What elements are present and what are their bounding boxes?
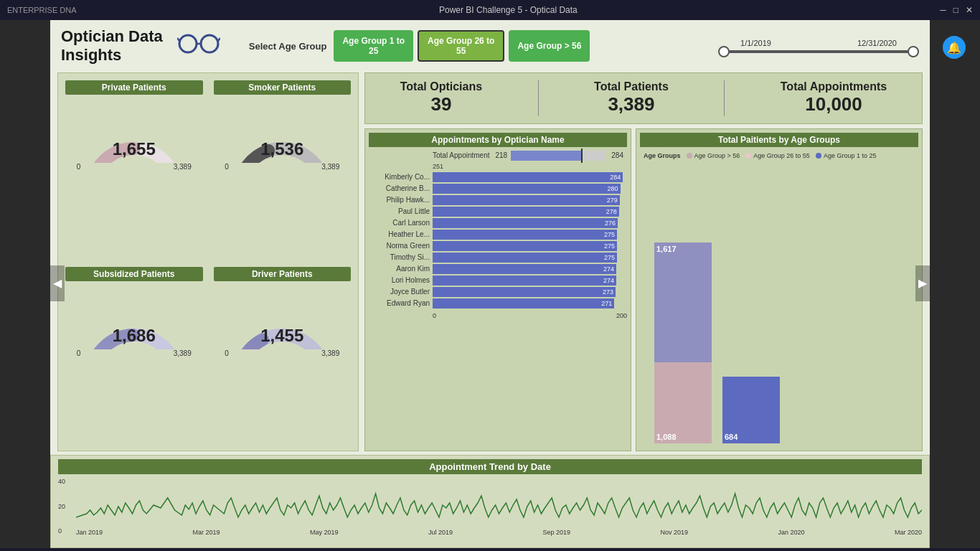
kpi-opticians-label: Total Opticians: [400, 80, 482, 93]
bar-fill: 271: [433, 298, 614, 309]
bar-bg: 279: [433, 195, 627, 205]
gauge-private-value: 1,655: [77, 139, 192, 159]
trend-x-nov19: Nov 2019: [660, 529, 688, 536]
total-appt-fill: [511, 151, 582, 161]
bar-chart-title: Appointments by Optician Name: [369, 133, 627, 147]
slider-thumb-right[interactable]: [908, 46, 919, 57]
bar-value-label: 284: [610, 174, 621, 181]
stacked-col-2: 684: [722, 242, 780, 443]
stacked-col-1: 1,617 1,088: [654, 242, 712, 443]
trend-y-0: 0: [58, 527, 72, 534]
bar-name: Paul Little: [369, 207, 430, 215]
age-btn-56-plus[interactable]: Age Group > 56: [509, 30, 590, 62]
legend-label-26-55: Age Group 26 to 55: [753, 152, 810, 159]
bar-fill: 275: [433, 253, 617, 263]
bar-fill: 279: [433, 195, 620, 205]
gauge-subsidized-minmax: 03,389: [77, 349, 192, 357]
date-range-slider[interactable]: 1/1/2019 12/31/2020: [718, 39, 919, 53]
bar-value-label: 275: [604, 242, 615, 250]
bar-value-label: 279: [607, 197, 618, 204]
gauge-private-patients: Private Patients 1,655 03,389: [62, 77, 207, 260]
gauge-smoker-title: Smoker Patients: [214, 80, 352, 95]
gauge-smoker-wrapper: 1,536: [225, 98, 339, 163]
bar-row: Aaron Kim 274: [369, 264, 627, 274]
bar-name: Heather Le...: [369, 230, 430, 238]
trend-chart-title: Appointment Trend by Date: [58, 459, 922, 474]
stacked-val-684: 684: [725, 433, 738, 441]
bar-bg: 274: [433, 276, 627, 286]
bar-fill: 274: [433, 264, 616, 274]
stacked-bars-area: 1,617 1,088 684: [640, 161, 918, 447]
kpi-opticians-value: 39: [400, 93, 482, 116]
total-appt-track: [511, 151, 606, 161]
trend-y-axis: 40 20 0: [58, 478, 72, 536]
slider-thumb-left[interactable]: [718, 46, 730, 57]
bar-bg: 275: [433, 241, 627, 251]
bar-name: Aaron Kim: [369, 265, 430, 273]
nav-left-arrow[interactable]: ◀: [50, 265, 65, 301]
trend-x-mar20: Mar 2020: [895, 529, 922, 536]
bar-bg: 275: [433, 230, 627, 240]
gauge-driver-minmax: 03,389: [225, 349, 339, 357]
gauge-smoker-patients: Smoker Patients 1,536 03,389: [210, 77, 355, 260]
close-icon[interactable]: ✕: [966, 5, 973, 15]
bar-bg: 280: [433, 184, 627, 194]
age-btn-26-55[interactable]: Age Group 26 to55: [418, 30, 504, 62]
bar-fill: 275: [433, 241, 617, 251]
notification-button[interactable]: 🔔: [943, 36, 966, 59]
total-appt-value: 218: [496, 151, 508, 159]
trend-x-mar19: Mar 2019: [193, 529, 220, 536]
bar-fill: 284: [433, 172, 623, 182]
kpi-patients-label: Total Patients: [594, 80, 669, 93]
kpi-patients: Total Patients 3,389: [594, 80, 669, 116]
trend-chart-area: 40 20 0: [58, 478, 922, 536]
legend-item-56: Age Group > 56: [687, 152, 740, 159]
gauge-smoker-minmax: 03,389: [225, 163, 339, 171]
svg-line-4: [218, 38, 220, 41]
kpi-patients-value: 3,389: [594, 93, 669, 116]
bar-row: Joyce Butler 273: [369, 287, 627, 297]
maximize-icon[interactable]: □: [953, 5, 958, 15]
age-btn-1-25[interactable]: Age Group 1 to25: [334, 30, 413, 62]
bar-fill: 278: [433, 207, 619, 217]
bar-axis: 0200: [369, 312, 627, 319]
bar-row: Heather Le... 275: [369, 230, 627, 240]
bar-value-label: 271: [601, 300, 612, 307]
date-end-label: 12/31/2020: [857, 39, 897, 47]
stacked-val-1088: 1,088: [656, 433, 677, 441]
gauge-driver-value: 1,455: [225, 326, 339, 346]
legend-item-26-55: Age Group 26 to 55: [745, 152, 810, 159]
bar-name: Joyce Butler: [369, 288, 430, 296]
total-appt-bar: Total Appointment 218 284: [369, 151, 627, 163]
legend-label-1-25: Age Group 1 to 25: [824, 152, 877, 159]
bar-row: Norma Green 275: [369, 241, 627, 251]
bar-name: Carl Larson: [369, 219, 430, 227]
gauge-smoker-value: 1,536: [225, 139, 339, 159]
stacked-chart-panel: Total Paitients by Age Groups Age Groups…: [636, 128, 923, 451]
select-age-group-label: Select Age Group: [249, 41, 327, 52]
stacked-legend: Age Groups Age Group > 56 Age Group 26 t…: [640, 151, 918, 161]
kpi-appointments-label: Total Appointments: [781, 80, 887, 93]
gauge-driver-title: Driver Patients: [214, 267, 352, 281]
date-slider-track[interactable]: [718, 50, 919, 53]
bar-bg: 278: [433, 207, 627, 217]
title-bar-left: ENTERPRISE DNA: [7, 6, 77, 14]
bar-fill: 274: [433, 276, 616, 286]
stacked-chart-title: Total Paitients by Age Groups: [640, 133, 918, 147]
minimize-icon[interactable]: ─: [940, 5, 946, 15]
bar-row: Philip Hawk... 279: [369, 195, 627, 205]
stacked-val-1617: 1,617: [656, 245, 677, 253]
bar-value-label: 274: [603, 277, 614, 284]
stacked-seg-col1-top: 1,617: [654, 242, 712, 362]
stacked-seg-col1-bot: 1,088: [654, 362, 712, 443]
legend-dot-26-55: [745, 153, 751, 159]
dashboard-header: Optician Data Insights Select Age Group: [50, 20, 930, 69]
gauge-private-minmax: 03,389: [77, 163, 192, 171]
trend-svg: [76, 478, 922, 524]
nav-right-arrow[interactable]: ▶: [915, 265, 930, 301]
bar-value-label: 274: [603, 265, 614, 273]
legend-label-56: Age Group > 56: [694, 152, 740, 159]
kpi-appointments-value: 10,000: [781, 93, 887, 116]
dashboard-main: Private Patients 1,655 03,389 Smoker P: [50, 69, 930, 455]
right-column: Total Opticians 39 Total Patients 3,389 …: [364, 72, 923, 451]
